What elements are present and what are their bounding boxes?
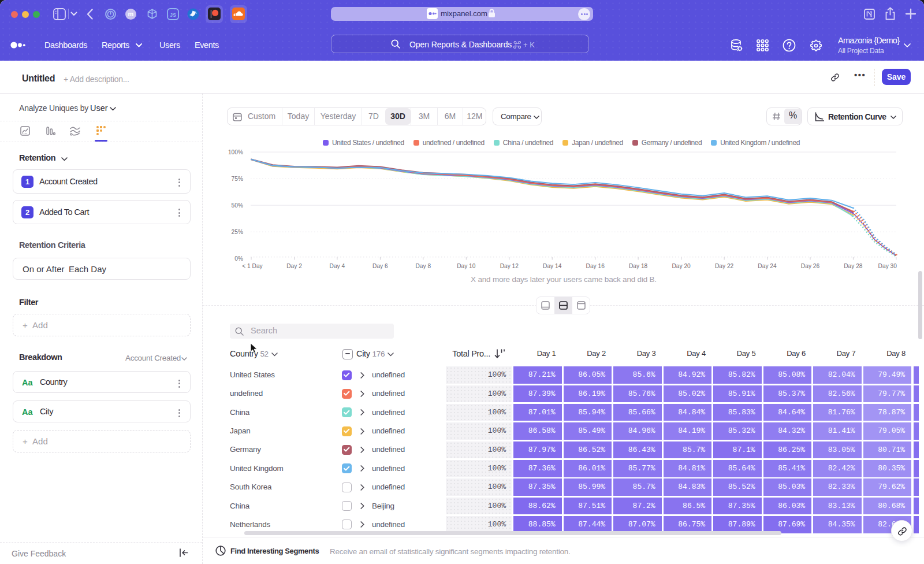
svg-text:Day 22: Day 22: [715, 263, 734, 269]
svg-text:Day 30: Day 30: [878, 263, 897, 269]
svg-text:Day 8: Day 8: [415, 263, 431, 269]
svg-text:Day 18: Day 18: [629, 263, 648, 269]
svg-text:Day 2: Day 2: [286, 263, 302, 269]
svg-text:Day 4: Day 4: [330, 263, 345, 269]
svg-text:< 1 Day: < 1 Day: [242, 263, 263, 269]
svg-text:Day 24: Day 24: [758, 263, 777, 269]
svg-text:Day 28: Day 28: [844, 263, 863, 269]
svg-text:Day 6: Day 6: [372, 263, 388, 269]
svg-text:Day 20: Day 20: [672, 263, 691, 269]
svg-text:Day 10: Day 10: [457, 263, 476, 269]
svg-text:25%: 25%: [232, 229, 243, 235]
svg-text:Day 16: Day 16: [586, 263, 605, 269]
svg-text:50%: 50%: [232, 202, 243, 209]
svg-text:75%: 75%: [232, 176, 243, 182]
svg-text:JS: JS: [170, 12, 176, 18]
svg-text:0%: 0%: [234, 255, 243, 262]
svg-text:Day 14: Day 14: [543, 263, 562, 269]
svg-text:100%: 100%: [228, 149, 243, 155]
svg-text:X and more days later your use: X and more days later your users came ba…: [471, 275, 657, 284]
svg-text:Day 12: Day 12: [500, 263, 519, 269]
svg-text:Day 26: Day 26: [801, 263, 820, 269]
